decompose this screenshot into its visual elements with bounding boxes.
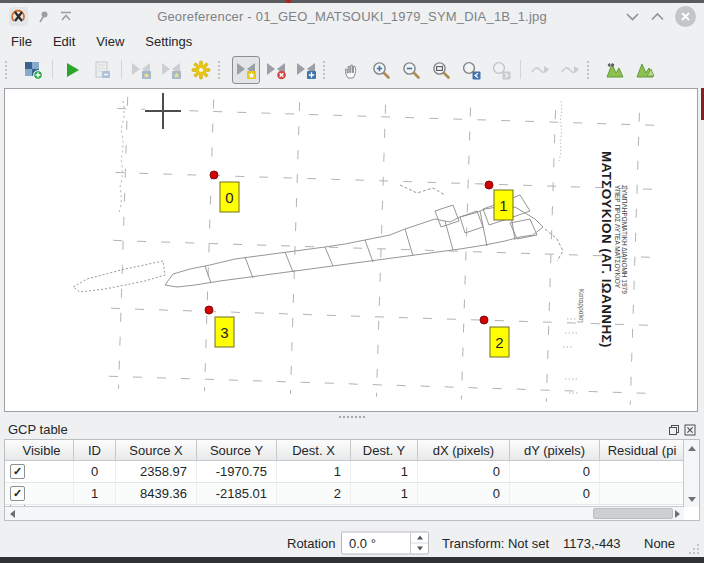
open-raster-button[interactable] xyxy=(19,56,47,84)
gcp-point-2 xyxy=(480,316,488,324)
generate-gdal-script-button xyxy=(88,56,116,84)
delete-point-button[interactable] xyxy=(262,56,290,84)
rotation-value[interactable]: 0.0 ° xyxy=(342,535,410,550)
link-georeferencer-to-qgis-icon xyxy=(530,62,550,78)
background-bottom-edge xyxy=(0,557,704,563)
panel-splitter[interactable] xyxy=(0,412,704,421)
close-icon[interactable] xyxy=(675,6,696,27)
toolbar-handle[interactable] xyxy=(587,61,596,79)
map-canvas[interactable]: ΜΑΤΣΟΥΚΙΟΝ (ΑΓ. ΙΩΑΝΝΗΣ) ΥΠΕΡ ΠΡΟΣ ΛΥΤΕΑ… xyxy=(4,88,698,412)
units-mode: None xyxy=(644,535,675,550)
window-title: Georeferencer - 01_GEO_MATSOUKI_1979_SYM… xyxy=(0,9,704,24)
spin-up-icon[interactable] xyxy=(411,532,428,543)
add-point-icon xyxy=(235,60,257,80)
float-panel-icon[interactable] xyxy=(668,424,680,436)
move-gcp-point-button[interactable] xyxy=(292,56,320,84)
rotation-spinbox[interactable]: 0.0 ° xyxy=(341,531,429,554)
crosshair-cursor xyxy=(145,93,181,129)
cell-dest-y[interactable]: 1 xyxy=(351,483,418,504)
shade-icon[interactable] xyxy=(59,10,73,23)
toolbar-handle[interactable] xyxy=(323,61,332,79)
cell-dy[interactable]: 0 xyxy=(510,483,600,504)
save-gcp-points-icon xyxy=(160,60,182,80)
map-small-label: Καταρραϊκη xyxy=(577,289,585,323)
gcp-panel-title: GCP table xyxy=(8,422,664,437)
generate-gdal-script-icon xyxy=(92,60,112,80)
horizontal-scroll-thumb[interactable] xyxy=(593,508,673,519)
maximize-icon[interactable] xyxy=(650,10,665,23)
pin-icon[interactable] xyxy=(37,10,50,24)
gcp-label-0: 0 xyxy=(225,189,233,206)
cell-dest-x[interactable]: 2 xyxy=(277,483,351,504)
table-vertical-scrollbar[interactable] xyxy=(683,440,699,507)
menu-view[interactable]: View xyxy=(96,34,124,49)
column-header-source-x: Source X xyxy=(116,440,197,460)
toolbar-handle[interactable] xyxy=(218,61,227,79)
gcp-point-0 xyxy=(210,171,218,179)
histogram-stretch-local-icon xyxy=(634,60,656,80)
cell-residual[interactable] xyxy=(600,461,684,482)
gcp-labels: 0 1 2 3 xyxy=(215,182,513,357)
column-header-dest-x: Dest. X xyxy=(277,440,351,460)
transform-status: Transform: Not set xyxy=(442,535,549,550)
cell-residual[interactable] xyxy=(600,483,684,504)
cell-dx[interactable]: 0 xyxy=(418,483,510,504)
open-raster-icon xyxy=(23,60,43,80)
table-row: ✓ 1 8439.36 -2185.01 2 1 0 0 xyxy=(5,483,684,505)
zoom-next-icon xyxy=(491,60,511,80)
cell-source-x[interactable]: 8439.36 xyxy=(116,483,197,504)
zoom-in-button[interactable] xyxy=(367,56,395,84)
map-vertical-title: ΜΑΤΣΟΥΚΙΟΝ (ΑΓ. ΙΩΑΝΝΗΣ) xyxy=(599,151,614,348)
menu-edit[interactable]: Edit xyxy=(53,34,75,49)
statusbar: Rotation 0.0 ° Transform: Not set 1173,-… xyxy=(0,528,704,557)
menu-file[interactable]: File xyxy=(11,34,32,49)
map-vertical-subtitle-1: ΥΠΕΡ ΠΡΟΣ ΛΥΤΕΑ ΜΑΤΣΟΥΚΙΟΥ xyxy=(614,185,621,289)
cell-dest-x[interactable]: 1 xyxy=(277,461,351,482)
save-gcp-points-button xyxy=(157,56,185,84)
map-vertical-subtitle-2: ΣΥΜΠΛΗΡΩΜΑΤΙΚΗ ΔΙΑΝΟΜΗ 1979 xyxy=(621,185,628,294)
toolbar-handle[interactable] xyxy=(5,61,14,79)
map-grid xyxy=(109,96,661,405)
load-gcp-points-button xyxy=(127,56,155,84)
resize-grip[interactable] xyxy=(688,543,700,555)
table-horizontal-scrollbar[interactable] xyxy=(5,506,684,520)
zoom-out-button[interactable] xyxy=(397,56,425,84)
scanned-map: ΜΑΤΣΟΥΚΙΟΝ (ΑΓ. ΙΩΑΝΝΗΣ) ΥΠΕΡ ΠΡΟΣ ΛΥΤΕΑ… xyxy=(5,89,698,411)
transformation-settings-button[interactable] xyxy=(187,56,215,84)
cell-id[interactable]: 0 xyxy=(74,461,116,482)
visible-checkbox[interactable]: ✓ xyxy=(10,464,25,479)
cell-dx[interactable]: 0 xyxy=(418,461,510,482)
link-qgis-to-georeferencer-button xyxy=(556,56,584,84)
spin-down-icon[interactable] xyxy=(411,543,428,553)
cell-source-y[interactable]: -2185.01 xyxy=(197,483,277,504)
pan-button[interactable] xyxy=(337,56,365,84)
add-point-button[interactable] xyxy=(232,56,260,84)
app-icon xyxy=(9,7,28,26)
table-row: ✓ 0 2358.97 -1970.75 1 1 0 0 xyxy=(5,461,684,483)
cell-source-x[interactable]: 2358.97 xyxy=(116,461,197,482)
start-georeferencing-button[interactable] xyxy=(58,56,86,84)
link-georeferencer-to-qgis-button xyxy=(526,56,554,84)
gcp-point-3 xyxy=(205,306,213,314)
cell-source-y[interactable]: -1970.75 xyxy=(197,461,277,482)
zoom-to-layer-button[interactable] xyxy=(427,56,455,84)
scroll-up-icon[interactable] xyxy=(684,441,699,455)
visible-checkbox[interactable]: ✓ xyxy=(10,486,25,501)
map-parcel-strip xyxy=(73,185,563,292)
histogram-stretch-full-button[interactable] xyxy=(601,56,629,84)
start-georeferencing-icon xyxy=(62,60,82,80)
column-header-source-y: Source Y xyxy=(197,440,277,460)
histogram-stretch-local-button[interactable] xyxy=(631,56,659,84)
minimize-icon[interactable] xyxy=(625,10,640,23)
titlebar[interactable]: Georeferencer - 01_GEO_MATSOUKI_1979_SYM… xyxy=(0,3,704,30)
cell-dest-y[interactable]: 1 xyxy=(351,461,418,482)
close-panel-icon[interactable] xyxy=(684,424,696,436)
scroll-left-icon[interactable] xyxy=(5,507,19,520)
cell-id[interactable]: 1 xyxy=(74,483,116,504)
gcp-table-panel: GCP table Visible ID Source X Source Y xyxy=(0,412,704,528)
toolbar-separator xyxy=(520,60,521,79)
scroll-down-icon[interactable] xyxy=(684,492,699,506)
menu-settings[interactable]: Settings xyxy=(145,34,192,49)
zoom-last-button[interactable] xyxy=(457,56,485,84)
cell-dy[interactable]: 0 xyxy=(510,461,600,482)
